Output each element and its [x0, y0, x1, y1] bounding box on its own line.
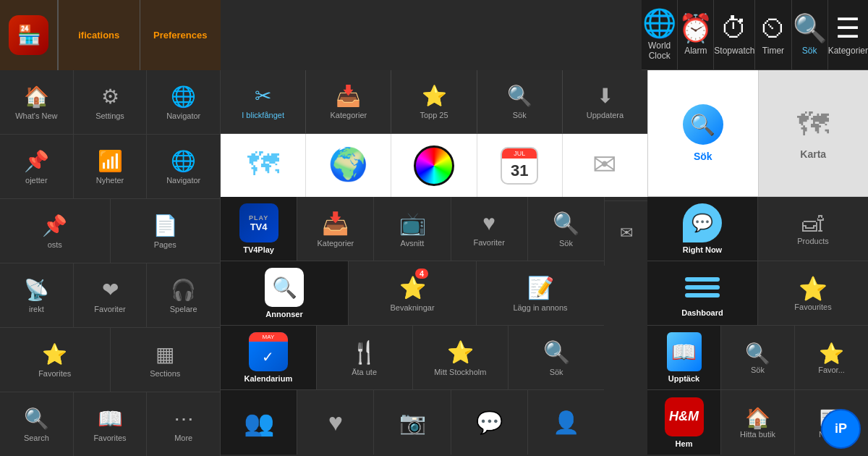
favoriter-label: Favoriter: [94, 305, 125, 313]
sidebar-settings[interactable]: ⚙ Settings: [74, 70, 148, 134]
sidebar-spelare[interactable]: 🎧 Spelare: [147, 263, 221, 327]
whats-new-label: What's New: [15, 111, 57, 120]
popup-kategorier[interactable]: 📥 Kategorier: [306, 70, 391, 133]
top-bar-alarm[interactable]: ⏰ Alarm: [678, 0, 714, 70]
right-row-3: 📖 Upptäck 🔍 Sök ⭐ Favor...: [647, 326, 868, 390]
hitta-butik-label: Hitta butik: [740, 430, 775, 439]
color-wheel-icon: [414, 145, 454, 186]
karta-icon: 🗺: [797, 106, 829, 143]
sidebar-irekt[interactable]: 📡 irekt: [0, 263, 74, 327]
top-bar-timer[interactable]: ⏲ Timer: [755, 0, 791, 70]
fork-icon: 🍴: [351, 339, 378, 365]
popup-topp25[interactable]: ⭐ Topp 25: [391, 70, 477, 133]
products-cell[interactable]: 🛋 Products: [758, 197, 868, 261]
sok-tab[interactable]: 🔍 Sök: [648, 70, 759, 196]
appstore-prefs: ifications Preferences: [58, 0, 221, 70]
avsnitt-cell[interactable]: 📺 Avsnitt: [374, 197, 451, 261]
popup-nav-row: ✂ I blickfånget 📥 Kategorier ⭐ Topp 25 🔍…: [221, 70, 647, 134]
kalendarium-icon: MAY ✓: [249, 332, 288, 371]
hitta-butik-cell[interactable]: 🏠 Hitta butik: [721, 390, 795, 455]
top-bar-sok[interactable]: 🔍 Sök: [792, 0, 828, 70]
favoriter-main-cell[interactable]: ♥ Favoriter: [451, 197, 528, 261]
sidebar-favoriter[interactable]: ❤ Favoriter: [74, 263, 148, 327]
lagg-in-cell[interactable]: 📝 Lägg in annons: [477, 261, 604, 325]
right-now-cell[interactable]: 💬 Right Now: [647, 197, 758, 261]
contacts-cell[interactable]: 👤: [528, 390, 604, 455]
favourites-cell[interactable]: ⭐ Favourites: [758, 261, 868, 325]
hem-label: Hem: [676, 439, 693, 448]
top-bar-stopwatch[interactable]: ⏱ Stopwatch: [714, 0, 755, 70]
sidebar-ojetter[interactable]: 📌 ojetter: [0, 135, 74, 198]
popup-calendar-app[interactable]: JUL 31: [477, 134, 563, 197]
dashboard-cell[interactable]: Dashboard: [647, 261, 758, 325]
sok-ms-cell[interactable]: 🔍 Sök: [509, 326, 604, 389]
upptack-icon: 📖: [667, 332, 702, 371]
chat-cell[interactable]: 💬: [451, 390, 528, 455]
tv4play-cell[interactable]: PLAY TV4 TV4Play: [221, 197, 297, 261]
favor-r-cell[interactable]: ⭐ Favor...: [795, 326, 868, 389]
ata-ute-cell[interactable]: 🍴 Äta ute: [317, 326, 413, 389]
alarm-icon: ⏰: [678, 14, 712, 42]
people-icon: 👥: [244, 408, 274, 437]
sidebar-whats-new[interactable]: 🏠 What's New: [0, 70, 74, 134]
ip-badge[interactable]: iP: [821, 409, 861, 449]
bevakningar-cell[interactable]: ⭐ 4 Bevakningar: [349, 261, 477, 325]
bevakningar-label: Bevakningar: [390, 303, 434, 312]
pages-label: Pages: [154, 240, 176, 249]
kalendarium-label: Kalendarium: [244, 374, 293, 383]
bevakningar-badge: 4: [415, 269, 428, 279]
popup-maps-app[interactable]: 🗺: [221, 134, 306, 197]
sidebar-navigator2[interactable]: 🌐 Navigator: [147, 135, 221, 198]
sidebar-nyheter[interactable]: 📶 Nyheter: [74, 135, 148, 198]
star3-icon: ⭐: [447, 339, 474, 365]
hem-cell[interactable]: H&M Hem: [647, 390, 721, 455]
karta-tab[interactable]: 🗺 Karta: [759, 70, 869, 196]
upptack-cell[interactable]: 📖 Upptäck: [647, 326, 721, 389]
popup-sok[interactable]: 🔍 Sök: [477, 70, 563, 133]
main-row-1: PLAY TV4 TV4Play 📥 Kategorier 📺 Avsnitt …: [221, 197, 604, 261]
lagg-in-label: Lägg in annons: [513, 303, 567, 312]
sok-main-label: Sök: [559, 239, 573, 248]
camera-cell[interactable]: 📷: [374, 390, 451, 455]
dashboard-label: Dashboard: [681, 308, 723, 317]
people-cell[interactable]: 👥: [221, 390, 297, 455]
annonser-cell[interactable]: 🔍 Annonser: [221, 261, 349, 325]
mail-partial-icon[interactable]: ✉: [605, 201, 647, 266]
popup-colorwheel-app[interactable]: [391, 134, 477, 197]
star2-icon: ⭐: [422, 84, 447, 108]
book-icon: 📖: [98, 407, 123, 431]
sok-r-cell[interactable]: 🔍 Sök: [721, 326, 795, 389]
sidebar-more[interactable]: ⋯ More: [147, 392, 221, 456]
top-bar-kategorier[interactable]: ☰ Kategorier: [828, 0, 868, 70]
sok-main-cell[interactable]: 🔍 Sök: [528, 197, 604, 261]
sidebar-favorites[interactable]: ⭐ Favorites: [0, 328, 111, 392]
preferences-tab[interactable]: Preferences: [140, 0, 221, 70]
popup-i-blickfanget[interactable]: ✂ I blickfånget: [221, 70, 306, 133]
kategorier-main-cell[interactable]: 📥 Kategorier: [297, 197, 374, 261]
sidebar-osts[interactable]: 📌 osts: [0, 199, 111, 263]
main-row-2: 🔍 Annonser ⭐ 4 Bevakningar 📝 Lägg in ann…: [221, 261, 604, 326]
popup-globe-app[interactable]: 🌍: [306, 134, 391, 197]
sofa-icon: 🛋: [802, 212, 824, 237]
ip-badge-label: iP: [835, 421, 847, 436]
kalendarium-cell[interactable]: MAY ✓ Kalendarium: [221, 326, 317, 389]
sidebar-pages[interactable]: 📄 Pages: [111, 199, 221, 263]
popup-email-app[interactable]: ✉: [563, 134, 647, 197]
popup-uppdatera[interactable]: ⬇ Uppdatera: [563, 70, 647, 133]
dashboard-icon: [683, 269, 722, 305]
contacts-icon: 👤: [553, 410, 579, 435]
mitt-stockholm-cell[interactable]: ⭐ Mitt Stockholm: [413, 326, 509, 389]
popup-topp25-label: Topp 25: [420, 111, 448, 119]
sidebar-favorites2[interactable]: 📖 Favorites: [74, 392, 148, 456]
notifications-tab[interactable]: ifications: [58, 0, 140, 70]
sidebar-navigator[interactable]: 🌐 Navigator: [147, 70, 221, 134]
sok-ms-label: Sök: [550, 368, 563, 376]
sidebar-sections[interactable]: ▦ Sections: [111, 328, 221, 392]
main-row-3: MAY ✓ Kalendarium 🍴 Äta ute ⭐ Mitt Stock…: [221, 326, 604, 390]
heart-app-icon: ♥: [328, 408, 343, 436]
top-bar-world-clock[interactable]: 🌐 World Clock: [642, 0, 678, 70]
favourites-label: Favourites: [794, 303, 831, 311]
sidebar-search[interactable]: 🔍 Search: [0, 392, 74, 456]
heart-app-cell[interactable]: ♥: [297, 390, 374, 455]
star4-icon: ⭐: [799, 275, 827, 303]
